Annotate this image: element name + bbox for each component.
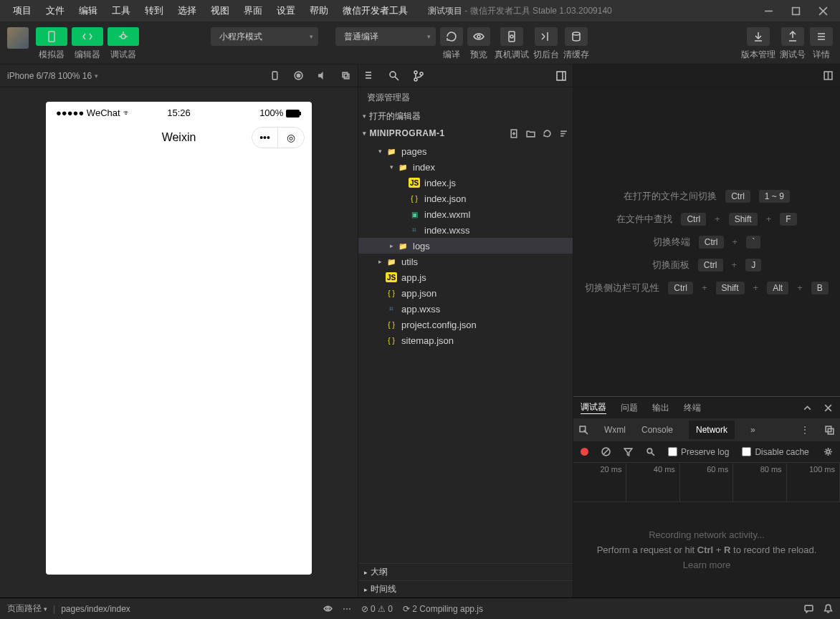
devtools-menu-icon[interactable]: ⋮ xyxy=(801,425,809,435)
branch-icon[interactable] xyxy=(413,70,424,82)
panel-close-icon[interactable] xyxy=(824,403,833,413)
menu-goto[interactable]: 转到 xyxy=(138,4,171,17)
bell-icon[interactable] xyxy=(824,604,833,613)
svg-rect-10 xyxy=(509,32,515,42)
new-file-icon[interactable] xyxy=(510,129,519,138)
sim-record-icon[interactable] xyxy=(294,71,303,80)
file-index.js[interactable]: JSindex.js xyxy=(358,175,573,191)
menu-tool[interactable]: 工具 xyxy=(105,4,138,17)
page-path-label[interactable]: 页面路径 xyxy=(7,603,42,615)
menu-project[interactable]: 项目 xyxy=(6,4,39,17)
compile-dropdown[interactable]: 普通编译 xyxy=(335,27,436,46)
editor-button[interactable] xyxy=(72,27,103,46)
preview-button[interactable] xyxy=(467,27,490,46)
file-project.config.json[interactable]: { }project.config.json xyxy=(358,317,573,332)
file-app.wxss[interactable]: ⌗app.wxss xyxy=(358,301,573,317)
svg-point-11 xyxy=(510,35,513,38)
filter-icon[interactable] xyxy=(624,447,633,456)
split-editor-icon[interactable] xyxy=(824,71,833,80)
feedback-icon[interactable] xyxy=(804,604,813,613)
open-editors-section[interactable]: ▾打开的编辑器 xyxy=(358,107,573,125)
debugger-button[interactable] xyxy=(108,27,139,46)
folder-index[interactable]: ▾📁index xyxy=(358,159,573,175)
capsule[interactable]: ••• ◎ xyxy=(252,127,305,148)
menu-edit[interactable]: 编辑 xyxy=(72,4,105,17)
menu-view[interactable]: 视图 xyxy=(204,4,237,17)
collapse-icon[interactable] xyxy=(559,129,568,138)
status-compile[interactable]: ⟳ 2 Compiling app.js xyxy=(403,604,483,614)
version-button[interactable] xyxy=(747,27,770,46)
layout-icon[interactable] xyxy=(555,70,567,82)
phone-simulator[interactable]: ●●●●● WeChat ᯤ 15:26 100% Weixin ••• ◎ xyxy=(46,102,312,575)
status-preview-icon[interactable] xyxy=(323,604,333,613)
svg-point-5 xyxy=(121,34,125,39)
tab-terminal[interactable]: 终端 xyxy=(684,402,701,414)
network-search-icon[interactable] xyxy=(646,447,655,456)
minimize-button[interactable] xyxy=(761,4,775,18)
tab-console[interactable]: Console xyxy=(641,425,673,435)
network-settings-icon[interactable] xyxy=(824,447,833,456)
real-debug-button[interactable] xyxy=(500,27,523,46)
record-icon[interactable] xyxy=(581,448,588,456)
background-button[interactable] xyxy=(535,27,558,46)
tab-network[interactable]: Network xyxy=(689,421,735,439)
close-button[interactable] xyxy=(816,4,830,18)
avatar[interactable] xyxy=(7,27,29,49)
timeline-section[interactable]: ▸时间线 xyxy=(358,580,573,598)
clear-icon[interactable] xyxy=(601,447,611,456)
project-root[interactable]: ▾MINIPROGRAM-1 xyxy=(358,125,573,142)
page-path-value[interactable]: pages/index/index xyxy=(61,604,130,614)
simulator-pane: iPhone 6/7/8 100% 16▾ ●●●●● WeChat ᯤ 15:… xyxy=(0,64,358,598)
compile-button[interactable] xyxy=(440,27,463,46)
tabs-more-icon[interactable]: » xyxy=(750,425,755,435)
menu-file[interactable]: 文件 xyxy=(39,4,72,17)
explorer-icon[interactable] xyxy=(364,70,376,82)
panel-chevron-icon[interactable] xyxy=(803,403,812,413)
search-icon[interactable] xyxy=(388,70,400,82)
file-index.wxml[interactable]: ▣index.wxml xyxy=(358,206,573,222)
capsule-close-icon[interactable]: ◎ xyxy=(278,128,304,148)
file-index.json[interactable]: { }index.json xyxy=(358,191,573,206)
capsule-menu-icon[interactable]: ••• xyxy=(252,128,278,148)
menu-help[interactable]: 帮助 xyxy=(302,4,335,17)
file-index.wxss[interactable]: ⌗index.wxss xyxy=(358,222,573,238)
menu-interface[interactable]: 界面 xyxy=(237,4,269,17)
inspect-icon[interactable] xyxy=(579,426,588,435)
preview-label: 预览 xyxy=(470,49,487,61)
sim-phone-icon[interactable] xyxy=(270,71,280,80)
tab-output[interactable]: 输出 xyxy=(652,402,669,414)
detail-button[interactable] xyxy=(810,27,833,46)
new-folder-icon[interactable] xyxy=(526,129,535,138)
tab-problems[interactable]: 问题 xyxy=(621,402,638,414)
menu-settings[interactable]: 设置 xyxy=(269,4,302,17)
sim-mute-icon[interactable] xyxy=(318,71,327,80)
network-timeline[interactable]: 20 ms40 ms60 ms80 ms100 ms xyxy=(573,463,840,502)
svg-marker-54 xyxy=(624,448,632,456)
tab-debugger[interactable]: 调试器 xyxy=(581,401,606,414)
sim-copy-icon[interactable] xyxy=(341,71,350,80)
folder-pages[interactable]: ▾📁pages xyxy=(358,143,573,159)
svg-point-36 xyxy=(420,72,423,75)
device-select[interactable]: iPhone 6/7/8 100% 16 xyxy=(7,71,92,81)
disable-cache-checkbox[interactable]: Disable cache xyxy=(742,447,808,457)
tab-wxml[interactable]: Wxml xyxy=(604,425,626,435)
menu-devtools[interactable]: 微信开发者工具 xyxy=(335,4,415,17)
cache-button[interactable] xyxy=(565,27,588,46)
refresh-icon[interactable] xyxy=(543,129,552,138)
status-more-icon[interactable]: ⋯ xyxy=(343,604,351,614)
status-errors[interactable]: ⊘ 0 ⚠ 0 xyxy=(361,604,393,614)
folder-utils[interactable]: ▸📁utils xyxy=(358,254,573,269)
preserve-log-checkbox[interactable]: Preserve log xyxy=(668,447,729,457)
file-app.js[interactable]: JSapp.js xyxy=(358,269,573,285)
mode-dropdown[interactable]: 小程序模式 xyxy=(211,27,318,46)
maximize-button[interactable] xyxy=(788,4,803,18)
learn-more-link[interactable]: Learn more xyxy=(683,560,730,570)
dock-icon[interactable] xyxy=(825,426,834,435)
simulator-button[interactable] xyxy=(36,27,67,46)
folder-logs[interactable]: ▸📁logs xyxy=(358,238,573,254)
file-sitemap.json[interactable]: { }sitemap.json xyxy=(358,332,573,348)
menu-select[interactable]: 选择 xyxy=(171,4,204,17)
outline-section[interactable]: ▸大纲 xyxy=(358,563,573,580)
test-button[interactable] xyxy=(781,27,804,46)
file-app.json[interactable]: { }app.json xyxy=(358,285,573,301)
